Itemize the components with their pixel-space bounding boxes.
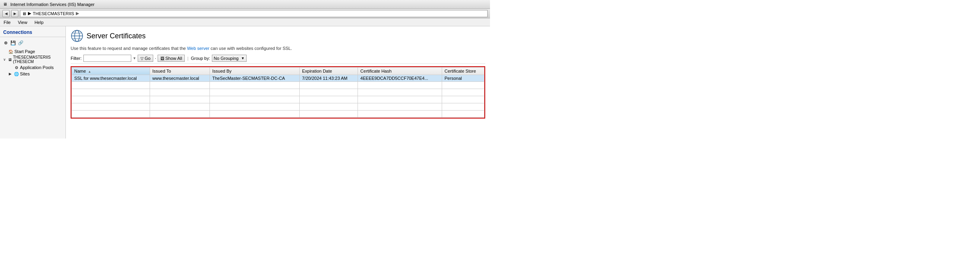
server-icon: 🖥 — [8, 57, 12, 62]
sites-expand[interactable]: ▶ — [9, 72, 13, 76]
table-row-empty-1 — [72, 82, 484, 89]
start-page-icon: 🏠 — [8, 49, 14, 54]
menu-file[interactable]: File — [2, 20, 12, 25]
sort-arrow: ▲ — [88, 70, 91, 73]
tree-item-app-pools[interactable]: ⚙ Application Pools — [7, 64, 65, 71]
funnel-icon: ▽ — [140, 56, 144, 61]
web-server-link[interactable]: Web server — [187, 46, 209, 51]
start-page-label: Start Page — [14, 49, 35, 54]
start-page-expand — [3, 49, 7, 53]
groupby-label: Group by: — [191, 56, 210, 61]
page-description: Use this feature to request and manage c… — [71, 46, 485, 51]
col-header-cert-hash[interactable]: Certificate Hash — [358, 67, 442, 75]
page-header: Server Certificates — [71, 30, 485, 42]
app-pools-label: Application Pools — [20, 65, 53, 70]
page-header-icon — [71, 30, 83, 42]
toolbar-back-icon[interactable]: ⊕ — [2, 40, 9, 46]
address-separator: ▶ — [76, 11, 79, 16]
app-pools-expand — [9, 65, 13, 69]
groupby-arrow: ▼ — [241, 56, 245, 60]
filter-input[interactable] — [83, 55, 131, 62]
sidebar: Connections ⊕ 💾 🔗 🏠 Start Page ∨ 🖥 THESE… — [0, 26, 66, 138]
table-row-empty-4 — [72, 103, 484, 111]
tree-item-server[interactable]: ∨ 🖥 THESECMASTERIIS (THESECM — [2, 55, 65, 64]
app-pools-icon: ⚙ — [14, 65, 19, 70]
groupby-select[interactable]: No Grouping ▼ — [212, 55, 247, 62]
sidebar-title: Connections — [0, 29, 65, 37]
certificates-table: Name ▲ Issued To Issued By Expiration Da… — [71, 67, 484, 118]
filter-dropdown-arrow[interactable]: ▼ — [133, 56, 136, 60]
address-server-name: THESECMASTERIIS — [33, 11, 74, 16]
main-layout: Connections ⊕ 💾 🔗 🏠 Start Page ∨ 🖥 THESE… — [0, 26, 490, 138]
table-row-empty-2 — [72, 89, 484, 96]
table-row[interactable]: SSL for www.thesecmaster.local www.these… — [72, 75, 484, 82]
cell-name: SSL for www.thesecmaster.local — [72, 75, 150, 82]
sidebar-toolbar: ⊕ 💾 🔗 — [0, 39, 65, 47]
toolbar-connect-icon[interactable]: 🔗 — [18, 40, 24, 46]
pipe-separator: | — [187, 56, 188, 61]
filter-bar: Filter: ▼ ▽ Go · 🖼 Show All | Group by: … — [71, 55, 485, 64]
table-row-empty-5 — [72, 111, 484, 118]
sidebar-tree: 🏠 Start Page ∨ 🖥 THESECMASTERIIS (THESEC… — [0, 47, 65, 78]
cell-issued-by: TheSecMaster-SECMASTER-DC-CA — [209, 75, 299, 82]
col-header-issued-by[interactable]: Issued By — [209, 67, 299, 75]
tree-item-start-page[interactable]: 🏠 Start Page — [2, 48, 65, 55]
table-row-empty-3 — [72, 96, 484, 103]
col-header-name[interactable]: Name ▲ — [72, 67, 150, 75]
menu-bar: File View Help — [0, 18, 490, 26]
tree-item-sites[interactable]: ▶ 🌐 Sites — [7, 71, 65, 77]
col-header-cert-store[interactable]: Certificate Store — [442, 67, 484, 75]
filter-label: Filter: — [71, 56, 82, 61]
page-title: Server Certificates — [87, 32, 146, 40]
show-all-icon: 🖼 — [160, 56, 164, 61]
content-area: Server Certificates Use this feature to … — [66, 26, 490, 138]
title-bar: 🖥 Internet Information Services (IIS) Ma… — [0, 0, 490, 9]
sites-label: Sites — [20, 71, 30, 76]
address-path-segment-1: ▶ — [28, 11, 31, 16]
cell-expiration: 7/20/2024 11:43:23 AM — [299, 75, 358, 82]
toolbar-save-icon[interactable]: 💾 — [10, 40, 16, 46]
sites-icon: 🌐 — [14, 71, 19, 77]
certificates-table-container: Name ▲ Issued To Issued By Expiration Da… — [71, 66, 485, 119]
title-bar-text: Internet Information Services (IIS) Mana… — [10, 2, 95, 7]
back-button[interactable]: ◀ — [2, 10, 10, 17]
address-input[interactable]: 🖥 ▶ THESECMASTERIIS ▶ — [20, 10, 488, 17]
cell-cert-store: Personal — [442, 75, 484, 82]
address-bar: ◀ ▶ 🖥 ▶ THESECMASTERIIS ▶ — [0, 9, 490, 18]
col-header-issued-to[interactable]: Issued To — [150, 67, 209, 75]
filter-separator: · — [155, 56, 156, 61]
table-header-row: Name ▲ Issued To Issued By Expiration Da… — [72, 67, 484, 75]
cell-cert-hash: 4EEEE9DCA7DD5CCF70E47E4... — [358, 75, 442, 82]
col-header-expiration[interactable]: Expiration Date — [299, 67, 358, 75]
go-button[interactable]: ▽ Go — [138, 55, 153, 62]
cell-issued-to: www.thesecmaster.local — [150, 75, 209, 82]
server-label: THESECMASTERIIS (THESECM — [13, 55, 64, 64]
server-expand[interactable]: ∨ — [3, 57, 7, 61]
forward-button[interactable]: ▶ — [11, 10, 18, 17]
address-icon: 🖥 — [22, 11, 26, 16]
menu-help[interactable]: Help — [33, 20, 45, 25]
show-all-button[interactable]: 🖼 Show All — [158, 55, 185, 62]
menu-view[interactable]: View — [17, 20, 29, 25]
app-icon: 🖥 — [2, 2, 8, 7]
